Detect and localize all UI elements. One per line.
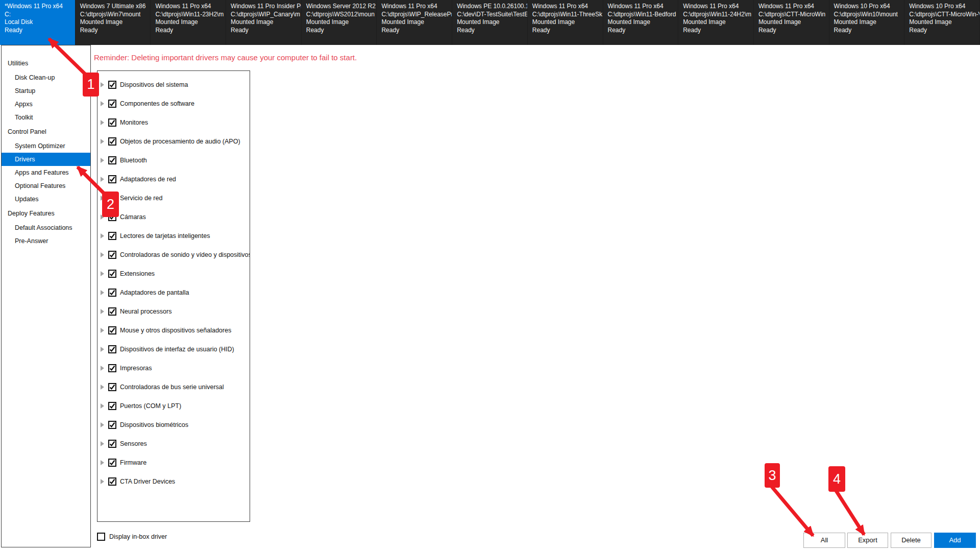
driver-category-row[interactable]: Dispositivos de interfaz de usuario (HID… [97, 340, 250, 358]
expand-arrow-icon[interactable] [101, 366, 104, 371]
driver-category-row[interactable]: Controladoras de bus serie universal [97, 377, 250, 396]
driver-category-row[interactable]: Controladoras de sonido y vídeo y dispos… [97, 245, 250, 264]
driver-category-row[interactable]: Objetos de procesamiento de audio (APO) [97, 132, 250, 151]
driver-category-row[interactable]: Extensiones [97, 264, 250, 283]
expand-arrow-icon[interactable] [101, 347, 104, 352]
expand-arrow-icon[interactable] [101, 422, 104, 427]
image-tab[interactable]: *Windows 11 Pro x64 C: Local Disk Ready [0, 0, 76, 45]
driver-category-row[interactable]: Servicio de red [97, 188, 250, 207]
image-tab[interactable]: Windows PE 10.0.26100.1 x C:\dev\DT-Test… [452, 0, 528, 45]
tab-title: Windows 7 Ultimate x86 [80, 3, 151, 11]
driver-category-row[interactable]: Sensores [97, 434, 250, 453]
image-tab[interactable]: Windows 11 Pro x64 C:\dtprojs\CTT-MicroW… [754, 0, 829, 45]
category-checkbox[interactable] [108, 440, 116, 448]
expand-arrow-icon[interactable] [101, 328, 104, 333]
driver-category-row[interactable]: Puertos (COM y LPT) [97, 396, 250, 415]
expand-arrow-icon[interactable] [101, 101, 104, 106]
image-tab[interactable]: Windows 10 Pro x64 C:\dtprojs\Win10\moun… [829, 0, 905, 45]
driver-category-row[interactable]: Bluetooth [97, 151, 250, 170]
expand-arrow-icon[interactable] [101, 271, 104, 276]
image-tab[interactable]: Windows 11 Pro x64 C:\dtprojs\Win11-24H2… [678, 0, 754, 45]
expand-arrow-icon[interactable] [101, 177, 104, 182]
driver-category-row[interactable]: Adaptadores de red [97, 170, 250, 188]
check-icon [109, 422, 115, 428]
expand-arrow-icon[interactable] [101, 403, 104, 409]
driver-category-row[interactable]: Impresoras [97, 358, 250, 377]
tab-path: C:\dtprojs\CTT-MicroWin-V [909, 11, 979, 19]
sidebar-item-startup[interactable]: Startup [2, 84, 90, 98]
image-tab[interactable]: Windows Server 2012 R2 D C:\dtprojs\WS20… [302, 0, 377, 45]
driver-category-row[interactable]: Dispositivos del sistema [97, 75, 250, 94]
expand-arrow-icon[interactable] [101, 252, 104, 257]
driver-category-row[interactable]: Cámaras [97, 207, 250, 226]
driver-category-row[interactable]: Firmware [97, 453, 250, 472]
category-checkbox[interactable] [108, 118, 116, 127]
sidebar-item-toolkit[interactable]: Toolkit [2, 111, 90, 124]
check-icon [109, 346, 115, 352]
export-button[interactable]: Export [847, 533, 888, 548]
image-tab[interactable]: Windows 11 Pro x64 C:\dtprojs\Win11-23H2… [151, 0, 226, 45]
category-checkbox[interactable] [108, 251, 116, 259]
sidebar-item-optional-features[interactable]: Optional Features [2, 179, 90, 193]
expand-arrow-icon[interactable] [101, 158, 104, 163]
image-tab[interactable]: Windows 11 Pro x64 C:\dtprojs\WIP_Releas… [377, 0, 452, 45]
category-label: Impresoras [120, 365, 152, 372]
expand-arrow-icon[interactable] [101, 441, 104, 446]
image-tab[interactable]: Windows 11 Pro x64 C:\dtprojs\Win11-Thre… [528, 0, 603, 45]
category-checkbox[interactable] [108, 307, 116, 316]
category-checkbox[interactable] [108, 100, 116, 108]
expand-arrow-icon[interactable] [101, 233, 104, 238]
driver-category-row[interactable]: Neural processors [97, 302, 250, 321]
category-checkbox[interactable] [108, 270, 116, 278]
category-checkbox[interactable] [108, 137, 116, 146]
driver-category-row[interactable]: Dispositivos biométricos [97, 415, 250, 434]
expand-arrow-icon[interactable] [101, 385, 104, 390]
sidebar-item-drivers[interactable]: Drivers [2, 153, 90, 166]
category-checkbox[interactable] [108, 345, 116, 353]
check-icon [109, 252, 115, 258]
category-checkbox[interactable] [108, 477, 116, 486]
expand-arrow-icon[interactable] [101, 460, 104, 465]
category-checkbox[interactable] [108, 289, 116, 297]
add-button[interactable]: Add [934, 533, 976, 548]
category-checkbox[interactable] [108, 326, 116, 334]
category-checkbox[interactable] [108, 175, 116, 183]
expand-arrow-icon[interactable] [101, 82, 104, 87]
image-tab[interactable]: Windows 11 Pro x64 C:\dtprojs\Win11-Bedf… [603, 0, 679, 45]
all-button[interactable]: All [803, 533, 845, 548]
driver-category-row[interactable]: Lectores de tarjetas inteligentes [97, 226, 250, 245]
driver-category-row[interactable]: Mouse y otros dispositivos señaladores [97, 321, 250, 340]
category-checkbox[interactable] [108, 156, 116, 164]
sidebar-item-apps-and-features[interactable]: Apps and Features [2, 166, 90, 179]
image-tab[interactable]: Windows 11 Pro Insider Pr C:\dtprojs\WIP… [226, 0, 302, 45]
driver-category-row[interactable]: CTA Driver Devices [97, 472, 250, 491]
category-checkbox[interactable] [108, 383, 116, 391]
category-checkbox[interactable] [108, 421, 116, 429]
category-checkbox[interactable] [108, 459, 116, 467]
expand-arrow-icon[interactable] [101, 479, 104, 484]
driver-category-row[interactable]: Componentes de software [97, 94, 250, 113]
image-tab[interactable]: Windows 7 Ultimate x86 C:\dtprojs\Win7\m… [76, 0, 151, 45]
expand-arrow-icon[interactable] [101, 309, 104, 314]
sidebar-item-pre-answer[interactable]: Pre-Answer [2, 234, 90, 248]
expand-arrow-icon[interactable] [101, 120, 104, 125]
tab-title: Windows 11 Pro x64 [532, 3, 603, 11]
expand-arrow-icon[interactable] [101, 290, 104, 295]
sidebar-item-system-optimizer[interactable]: System Optimizer [2, 139, 90, 153]
display-inbox-driver-checkbox[interactable] [97, 533, 105, 541]
sidebar-item-disk-clean-up[interactable]: Disk Clean-up [2, 71, 90, 84]
sidebar-item-default-associations[interactable]: Default Associations [2, 221, 90, 234]
category-checkbox[interactable] [108, 232, 116, 240]
category-checkbox[interactable] [108, 364, 116, 372]
sidebar-item-updates[interactable]: Updates [2, 193, 90, 206]
display-inbox-driver-row: Display in-box driver [97, 533, 167, 541]
expand-arrow-icon[interactable] [101, 139, 104, 144]
sidebar-item-appxs[interactable]: Appxs [2, 98, 90, 111]
driver-category-row[interactable]: Monitores [97, 113, 250, 132]
category-label: Dispositivos del sistema [120, 81, 188, 88]
category-checkbox[interactable] [108, 402, 116, 410]
delete-button[interactable]: Delete [891, 533, 932, 548]
image-tab[interactable]: Windows 10 Pro x64 C:\dtprojs\CTT-MicroW… [904, 0, 980, 45]
driver-category-row[interactable]: Adaptadores de pantalla [97, 283, 250, 302]
category-checkbox[interactable] [108, 81, 116, 89]
